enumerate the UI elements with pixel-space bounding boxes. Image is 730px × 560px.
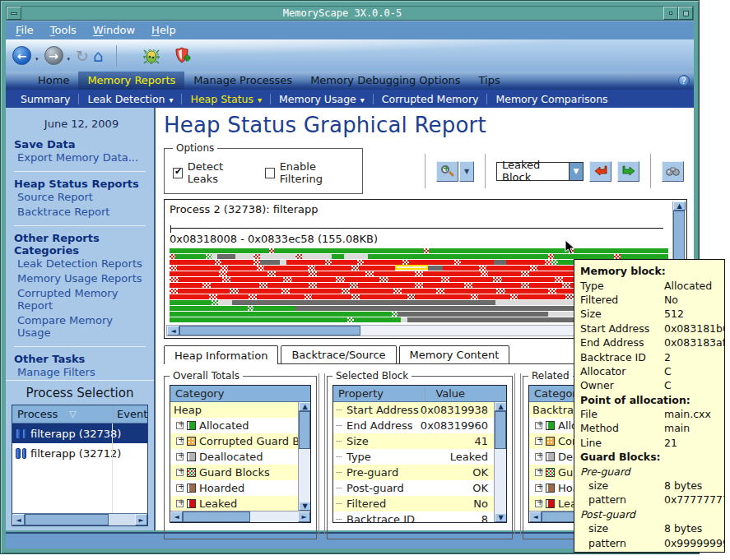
heap-block[interactable] [292, 277, 336, 282]
heap-block[interactable] [574, 248, 668, 253]
heap-block[interactable] [472, 283, 522, 288]
heap-block[interactable] [215, 260, 221, 265]
tree-row-leaked[interactable]: Leaked [170, 496, 310, 511]
next-block-button[interactable] [617, 161, 639, 182]
heap-block[interactable] [170, 266, 177, 271]
heap-block[interactable] [211, 283, 260, 288]
heap-block[interactable] [170, 289, 178, 294]
scroll-thumb[interactable] [179, 326, 360, 336]
tree-row-corrupted-guard-blocks[interactable]: Corrupted Guard Blocks [170, 433, 310, 449]
heap-block[interactable] [228, 266, 257, 271]
menu-item-window[interactable]: Window [93, 24, 135, 36]
menu-item-help[interactable]: Help [151, 24, 176, 36]
expand-icon[interactable] [176, 469, 184, 476]
heap-block[interactable] [555, 277, 564, 282]
value-column-header[interactable]: Value [425, 386, 506, 401]
heap-block[interactable] [317, 271, 366, 276]
heap-block[interactable] [398, 312, 548, 317]
forward-button[interactable]: → [44, 46, 63, 65]
heap-block[interactable] [286, 260, 325, 265]
heap-block[interactable] [336, 277, 345, 282]
zoom-button[interactable]: + [436, 161, 458, 182]
combo-dropdown-icon[interactable]: ▼ [569, 163, 583, 180]
subnav-item-memory-comparisons[interactable]: Memory Comparisons [487, 93, 616, 105]
heap-block[interactable] [359, 266, 395, 271]
subnav-item-summary[interactable]: Summary [12, 93, 78, 105]
heap-block[interactable] [170, 277, 179, 282]
heap-block[interactable] [368, 254, 548, 259]
heap-block[interactable] [471, 294, 479, 299]
heap-block[interactable] [280, 260, 286, 265]
tree-root-row[interactable]: Heap [170, 402, 310, 418]
heap-block[interactable] [423, 271, 481, 276]
minimize-button[interactable] [663, 7, 678, 20]
heap-block[interactable] [548, 254, 554, 259]
category-header[interactable]: Category [170, 386, 310, 402]
heap-block[interactable] [342, 289, 350, 294]
heap-block[interactable] [170, 306, 248, 311]
heap-block[interactable] [345, 277, 380, 282]
scroll-left-icon[interactable] [167, 326, 179, 336]
heap-block[interactable] [479, 266, 486, 271]
heap-block[interactable] [170, 300, 212, 305]
heap-block[interactable] [325, 260, 332, 265]
enable-filtering-checkbox[interactable] [265, 168, 275, 178]
heap-block[interactable] [221, 260, 253, 265]
heap-block[interactable] [518, 294, 565, 299]
subnav-item-corrupted-memory[interactable]: Corrupted Memory [374, 93, 487, 105]
heap-block[interactable] [267, 271, 276, 276]
heap-block[interactable] [407, 317, 585, 322]
heap-block[interactable] [235, 254, 253, 259]
sidebar-item-export-memory-data[interactable]: Export Memory Data... [14, 150, 149, 165]
tree-row-allocated[interactable]: Allocated [170, 418, 310, 433]
expand-icon[interactable] [535, 422, 542, 429]
expand-icon[interactable] [176, 422, 184, 429]
back-button[interactable]: ← [12, 46, 31, 65]
sidebar-item-leak-detection-reports[interactable]: Leak Detection Reports [14, 257, 149, 271]
back-dropdown[interactable]: ▾ [35, 56, 39, 62]
heap-block[interactable] [302, 254, 332, 259]
heap-block[interactable] [443, 266, 479, 271]
help-button[interactable]: ? [678, 75, 690, 86]
heap-block[interactable] [206, 254, 212, 259]
tree-vscrollbar[interactable] [298, 402, 310, 511]
heap-block[interactable] [259, 283, 267, 288]
menu-item-file[interactable]: File [16, 24, 34, 36]
heap-block[interactable] [401, 317, 407, 322]
guard-blocks-button[interactable] [174, 47, 191, 65]
heap-block[interactable] [170, 317, 347, 322]
scroll-thumb[interactable] [25, 514, 109, 525]
property-vscrollbar[interactable] [494, 402, 506, 522]
heap-block[interactable] [249, 294, 257, 299]
heap-block[interactable] [309, 271, 317, 276]
heap-block[interactable] [170, 294, 209, 299]
heap-block[interactable] [358, 283, 416, 288]
tab-heap-information[interactable]: Heap Information [164, 345, 278, 364]
heap-block[interactable] [461, 260, 493, 265]
subnav-item-memory-usage[interactable]: Memory Usage [271, 93, 373, 105]
scroll-left-icon[interactable] [12, 514, 25, 525]
expand-icon[interactable] [535, 469, 542, 476]
heap-block[interactable] [239, 289, 281, 294]
property-row-type[interactable]: TypeLeaked [333, 449, 494, 465]
heap-block[interactable] [545, 260, 551, 265]
scroll-left-icon[interactable] [529, 511, 542, 522]
heap-block[interactable] [212, 254, 217, 259]
heap-block[interactable] [217, 254, 235, 259]
heap-block[interactable] [267, 283, 309, 288]
heap-block[interactable] [350, 283, 358, 288]
scroll-left-icon[interactable] [170, 511, 183, 522]
heap-block[interactable] [506, 260, 545, 265]
heap-block[interactable] [510, 294, 518, 299]
menu-item-tools[interactable]: Tools [50, 24, 77, 36]
heap-block[interactable] [407, 294, 416, 299]
heap-block[interactable] [344, 254, 368, 259]
zoom-dropdown[interactable]: ▼ [459, 161, 474, 182]
search-button[interactable] [662, 161, 684, 182]
maximize-button[interactable] [678, 7, 693, 20]
scroll-up-icon[interactable] [673, 201, 686, 211]
sidebar-item-backtrace-report[interactable]: Backtrace Report [14, 205, 149, 220]
enable-filtering-option[interactable]: Enable Filtering [265, 160, 354, 185]
heap-block[interactable] [202, 283, 211, 288]
heap-block[interactable] [315, 266, 351, 271]
